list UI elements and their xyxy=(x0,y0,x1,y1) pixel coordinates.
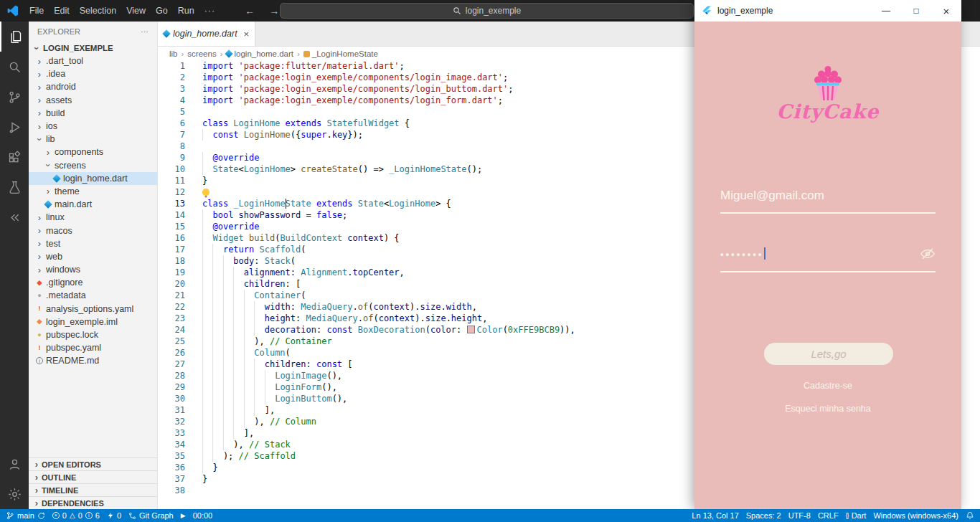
minimize-button[interactable]: — xyxy=(871,0,901,22)
email-field[interactable]: Miguel@gmail.com xyxy=(720,184,936,214)
menu-view[interactable]: View xyxy=(121,6,151,16)
breadcrumb-symbol[interactable]: _LoginHomeState xyxy=(303,49,378,58)
line-number[interactable]: 15 xyxy=(158,221,202,232)
tree-root-login-exemple[interactable]: › LOGIN_EXEMPLE xyxy=(29,42,157,54)
maximize-button[interactable]: □ xyxy=(901,0,931,22)
source-control-icon[interactable] xyxy=(0,82,29,112)
status-utf-8[interactable]: UTF-8 xyxy=(788,511,811,520)
line-number[interactable]: 1 xyxy=(158,60,202,72)
line-number[interactable]: 9 xyxy=(158,152,202,163)
menu-edit[interactable]: Edit xyxy=(49,6,75,16)
line-number[interactable]: 35 xyxy=(158,450,202,462)
git-graph-status[interactable]: Git Graph xyxy=(128,511,174,520)
menu-file[interactable]: File xyxy=(24,6,49,16)
forward-button[interactable]: → xyxy=(269,5,279,16)
menu-run[interactable]: Run xyxy=(173,6,199,16)
notifications-bell[interactable] xyxy=(966,511,974,520)
password-field[interactable]: •••••••• xyxy=(720,242,936,272)
settings-gear-icon[interactable] xyxy=(0,479,29,509)
line-number[interactable]: 18 xyxy=(158,255,202,267)
status-dart[interactable]: {}Dart xyxy=(846,511,867,520)
git-branch-status[interactable]: main xyxy=(6,511,45,521)
tree-item-lib[interactable]: ›lib xyxy=(29,133,157,146)
line-number[interactable]: 2 xyxy=(158,72,202,83)
tree-item-screens[interactable]: ›screens xyxy=(29,159,157,172)
line-number[interactable]: 21 xyxy=(158,290,202,301)
line-number[interactable]: 11 xyxy=(158,175,202,186)
tree-item-linux[interactable]: ›linux xyxy=(29,211,157,224)
tree-item-.gitignore[interactable]: ◆.gitignore xyxy=(29,276,157,289)
tree-item-login_home.dart[interactable]: login_home.dart xyxy=(29,172,157,185)
extensions-icon[interactable] xyxy=(0,142,29,172)
run-task-button[interactable]: ▶ xyxy=(181,512,186,519)
line-number[interactable]: 28 xyxy=(158,370,202,381)
search-sidebar-icon[interactable] xyxy=(0,52,29,82)
tree-item-components[interactable]: ›components xyxy=(29,146,157,158)
line-number[interactable]: 17 xyxy=(158,244,202,255)
line-number[interactable]: 13 xyxy=(158,198,202,209)
tree-item-README.md[interactable]: iREADME.md xyxy=(29,354,157,367)
menu-overflow-button[interactable]: ··· xyxy=(199,6,221,16)
section-timeline[interactable]: ›TIMELINE xyxy=(29,483,157,496)
line-number[interactable]: 38 xyxy=(158,485,202,496)
accounts-icon[interactable] xyxy=(0,449,29,479)
line-number[interactable]: 24 xyxy=(158,324,202,336)
tree-item-.idea[interactable]: ›.idea xyxy=(29,67,157,80)
tree-item-pubspec.lock[interactable]: ●pubspec.lock xyxy=(29,328,157,341)
tree-item-android[interactable]: ›android xyxy=(29,80,157,93)
breadcrumb-screens[interactable]: screens xyxy=(187,49,216,58)
line-number[interactable]: 26 xyxy=(158,347,202,359)
timer-status[interactable]: 00:00 xyxy=(193,511,213,520)
line-number[interactable]: 31 xyxy=(158,404,202,416)
line-number[interactable]: 36 xyxy=(158,462,202,473)
section-dependencies[interactable]: ›DEPENDENCIES xyxy=(29,496,157,509)
problems-status[interactable]: ×0 △0 i6 xyxy=(52,511,100,520)
status-crlf[interactable]: CRLF xyxy=(818,511,839,520)
line-number[interactable]: 27 xyxy=(158,359,202,370)
line-number[interactable]: 20 xyxy=(158,278,202,290)
status-spaces-2[interactable]: Spaces: 2 xyxy=(746,511,781,520)
line-number[interactable]: 5 xyxy=(158,106,202,118)
tree-item-test[interactable]: ›test xyxy=(29,237,157,250)
tree-item-assets[interactable]: ›assets xyxy=(29,94,157,107)
tree-item-web[interactable]: ›web xyxy=(29,250,157,263)
command-center-search[interactable]: login_exemple xyxy=(280,3,694,19)
back-button[interactable]: ← xyxy=(245,5,255,16)
explorer-actions-button[interactable]: ··· xyxy=(141,27,149,36)
line-number[interactable]: 23 xyxy=(158,313,202,324)
run-debug-icon[interactable] xyxy=(0,112,29,142)
line-number[interactable]: 14 xyxy=(158,209,202,221)
color-swatch[interactable] xyxy=(467,326,475,333)
tree-item-.dart_tool[interactable]: ›.dart_tool xyxy=(29,54,157,67)
line-number[interactable]: 37 xyxy=(158,473,202,485)
line-number[interactable]: 19 xyxy=(158,267,202,278)
line-number[interactable]: 16 xyxy=(158,232,202,244)
tab-login-home-dart[interactable]: login_home.dart × xyxy=(158,22,255,46)
line-number[interactable]: 3 xyxy=(158,83,202,95)
tree-item-analysis_options.yaml[interactable]: !analysis_options.yaml xyxy=(29,303,157,315)
tree-item-pubspec.yaml[interactable]: !pubspec.yaml xyxy=(29,341,157,354)
breadcrumb-file[interactable]: login_home.dart xyxy=(226,49,293,58)
tab-close-icon[interactable]: × xyxy=(243,29,249,39)
references-panel-icon[interactable] xyxy=(0,202,29,232)
close-button[interactable]: × xyxy=(931,0,961,22)
section-open-editors[interactable]: ›OPEN EDITORS xyxy=(29,457,157,470)
forgot-password-link[interactable]: Esqueci minha senha xyxy=(694,404,961,414)
line-number[interactable]: 7 xyxy=(158,129,202,141)
tree-item-main.dart[interactable]: main.dart xyxy=(29,198,157,211)
tree-item-build[interactable]: ›build xyxy=(29,107,157,120)
explorer-icon[interactable] xyxy=(0,22,29,52)
tree-item-macos[interactable]: ›macos xyxy=(29,224,157,237)
line-number[interactable]: 22 xyxy=(158,301,202,313)
lets-go-button[interactable]: Lets,go xyxy=(764,343,893,365)
zap-status[interactable]: 0 xyxy=(107,511,121,520)
line-number[interactable]: 34 xyxy=(158,439,202,450)
signup-link[interactable]: Cadastre-se xyxy=(694,381,961,391)
line-number[interactable]: 4 xyxy=(158,95,202,106)
breadcrumb-lib[interactable]: lib xyxy=(169,49,178,58)
menu-selection[interactable]: Selection xyxy=(75,6,121,16)
testing-icon[interactable] xyxy=(0,172,29,202)
line-number[interactable]: 33 xyxy=(158,427,202,439)
app-titlebar[interactable]: login_exemple — □ × xyxy=(694,0,961,22)
line-number[interactable]: 12 xyxy=(158,186,202,198)
